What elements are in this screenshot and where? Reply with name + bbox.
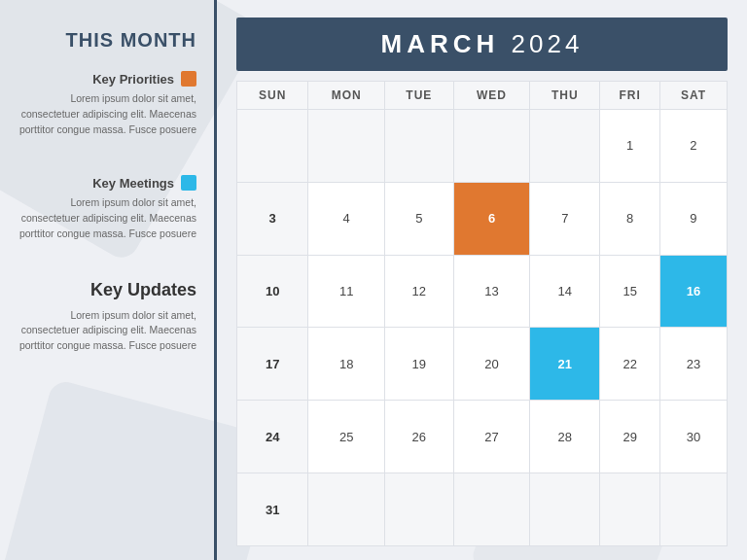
calendar-day: 28 (530, 401, 600, 473)
calendar-day: 29 (600, 401, 660, 473)
calendar-day: 9 (659, 182, 727, 255)
col-header-mon: MON (308, 82, 385, 110)
sidebar-title: THIS MONTH (66, 29, 196, 52)
calendar-day (530, 473, 600, 546)
calendar-day: 25 (308, 401, 385, 473)
calendar-month: MARCH (381, 29, 500, 58)
calendar-day: 26 (384, 401, 453, 473)
table-row: 3 4 5 6 7 8 9 (237, 182, 728, 255)
calendar-day-highlight-6: 6 (453, 182, 530, 255)
calendar-day: 18 (308, 328, 385, 401)
calendar-day: 27 (453, 401, 530, 473)
col-header-tue: TUE (384, 82, 453, 110)
meetings-section: Key Meetings Lorem ipsum dolor sit amet,… (18, 175, 196, 241)
priorities-color-dot (181, 71, 196, 87)
calendar-day: 12 (384, 255, 453, 328)
col-header-fri: FRI (600, 82, 660, 110)
calendar-area: MARCH 2024 SUN MON TUE WED THU FRI SAT (217, 0, 747, 560)
calendar-day (600, 473, 660, 546)
calendar-day: 14 (530, 255, 600, 328)
calendar-header-row: SUN MON TUE WED THU FRI SAT (237, 82, 728, 110)
calendar-day-highlight-16: 16 (659, 255, 727, 328)
calendar-day: 15 (600, 255, 660, 328)
calendar-day (659, 473, 727, 546)
calendar-day (308, 110, 385, 183)
sidebar: THIS MONTH Key Priorities Lorem ipsum do… (0, 0, 214, 560)
calendar-table: SUN MON TUE WED THU FRI SAT 1 (236, 81, 728, 546)
table-row: 10 11 12 13 14 15 16 (237, 255, 728, 328)
updates-section: Key Updates Lorem ipsum dolor sit amet, … (18, 280, 196, 354)
updates-text: Lorem ipsum dolor sit amet, consectetuer… (18, 308, 196, 354)
calendar-year: 2024 (512, 29, 584, 58)
calendar-day: 13 (453, 255, 530, 328)
calendar-day (384, 473, 453, 546)
week-row-label: 24 (237, 401, 308, 473)
col-header-sun: SUN (237, 82, 308, 110)
meetings-text: Lorem ipsum dolor sit amet, consectetuer… (18, 195, 196, 241)
calendar-day: 4 (308, 182, 385, 255)
week-row-label: 3 (237, 182, 308, 255)
calendar-day (308, 473, 385, 546)
col-header-sat: SAT (659, 82, 727, 110)
calendar-day (453, 473, 530, 546)
priorities-text: Lorem ipsum dolor sit amet, consectetuer… (18, 91, 196, 137)
week-row-label: 10 (237, 255, 308, 328)
calendar-day (384, 110, 453, 183)
calendar-day (530, 110, 600, 183)
calendar-day: 23 (659, 328, 727, 401)
priorities-header: Key Priorities (18, 71, 196, 87)
week-row-label: 17 (237, 328, 308, 401)
calendar-day: 30 (659, 401, 727, 473)
table-row: 24 25 26 27 28 29 30 (237, 401, 728, 473)
table-row: 17 18 19 20 21 22 23 (237, 328, 728, 401)
meetings-label: Key Meetings (92, 176, 174, 191)
calendar-day: 2 (659, 110, 727, 183)
col-header-thu: THU (530, 82, 600, 110)
calendar-day: 1 (600, 110, 660, 183)
meetings-color-dot (181, 175, 196, 191)
priorities-label: Key Priorities (92, 72, 174, 87)
priorities-section: Key Priorities Lorem ipsum dolor sit ame… (18, 71, 196, 137)
calendar-day: 20 (453, 328, 530, 401)
calendar-day: 22 (600, 328, 660, 401)
week-row-label: 31 (237, 473, 308, 546)
sidebar-divider-1 (53, 164, 196, 165)
sidebar-divider-2 (53, 269, 196, 270)
calendar-day: 5 (384, 182, 453, 255)
calendar-day-highlight-21: 21 (530, 328, 600, 401)
calendar-day: 7 (530, 182, 600, 255)
updates-title: Key Updates (18, 280, 196, 300)
calendar-header: MARCH 2024 (236, 18, 728, 71)
page-background: THIS MONTH Key Priorities Lorem ipsum do… (0, 0, 747, 560)
table-row: 1 2 (237, 110, 728, 183)
calendar-day (453, 110, 530, 183)
calendar-day: 11 (308, 255, 385, 328)
meetings-header: Key Meetings (18, 175, 196, 191)
week-row-label (237, 110, 308, 183)
table-row: 31 (237, 473, 728, 546)
calendar-day: 19 (384, 328, 453, 401)
calendar-day: 8 (600, 182, 660, 255)
col-header-wed: WED (453, 82, 530, 110)
